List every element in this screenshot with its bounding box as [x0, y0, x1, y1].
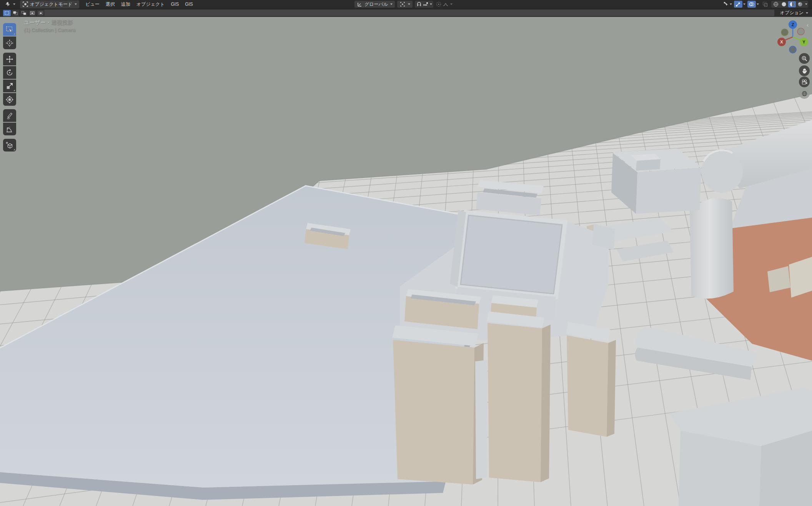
tool-move[interactable] — [3, 53, 16, 65]
shading-material-button[interactable] — [788, 1, 796, 7]
breadcrumb: (1) Collection | Camera — [24, 26, 75, 34]
select-mode-subtract[interactable] — [20, 10, 28, 16]
tool-settings-bar — [0, 8, 812, 17]
viewport-info-overlay: ユーザー・透視投影 (1) Collection | Camera — [24, 18, 75, 34]
options-label: オプション — [780, 10, 804, 16]
chevron-down-icon — [390, 3, 393, 5]
snap-target-icon[interactable] — [423, 1, 429, 7]
tool-annotate[interactable] — [3, 109, 16, 122]
chevron-down-icon — [806, 12, 808, 14]
tool-options-corner — [13, 149, 15, 150]
material-sphere-icon — [789, 1, 795, 7]
select-set-icon — [4, 10, 10, 16]
wireframe-sphere-icon — [773, 1, 779, 7]
orientation-label: グローバル — [364, 1, 388, 8]
pan-button[interactable] — [799, 65, 810, 76]
proportional-editing-icon[interactable] — [436, 1, 442, 7]
select-subtract-icon — [21, 10, 27, 16]
chevron-down-icon — [75, 3, 77, 5]
axis-neg-y-ball[interactable] — [781, 29, 788, 36]
xray-toggle[interactable] — [761, 1, 769, 8]
sidebar-collapse-icon[interactable]: ‹ — [807, 22, 809, 28]
object-mode-icon — [22, 1, 28, 7]
tool-options-corner — [13, 90, 15, 91]
chevron-down-icon — [13, 3, 15, 5]
cursor-3d-icon — [5, 39, 14, 47]
tool-measure[interactable] — [3, 123, 16, 135]
add-cube-icon — [5, 141, 14, 150]
select-mode-extend[interactable] — [12, 10, 19, 16]
shading-rendered-button[interactable] — [796, 1, 804, 7]
viewport-editor-icon — [5, 1, 11, 7]
select-mode-set[interactable] — [3, 10, 11, 16]
axis-x-label: X — [780, 40, 783, 44]
editor-type-button[interactable] — [2, 0, 18, 8]
tool-cursor[interactable] — [3, 37, 16, 49]
mode-label: オブジェクトモード — [30, 1, 72, 8]
select-extend-icon — [12, 10, 18, 16]
menu-add[interactable]: 追加 — [118, 0, 133, 8]
annotate-pencil-icon — [5, 112, 14, 120]
chevron-down-icon[interactable] — [450, 3, 453, 5]
viewport-canvas[interactable] — [0, 0, 812, 506]
magnifier-plus-icon — [801, 55, 808, 62]
scene-gap-face — [475, 360, 488, 479]
tool-add-cube[interactable] — [3, 139, 16, 151]
overlays-icon — [749, 1, 755, 7]
show-gizmo-cursor-icon[interactable] — [723, 1, 729, 7]
tool-options-corner — [13, 33, 15, 35]
axis-neg-x-ball[interactable] — [797, 28, 804, 35]
tool-select-box[interactable] — [3, 23, 16, 36]
select-mode-intersect[interactable] — [37, 10, 45, 16]
viewport-header: オブジェクトモード ビュー 選択 追加 オブジェクト GIS GIS グローバル — [0, 0, 812, 8]
pivot-point-dropdown[interactable] — [397, 1, 413, 8]
select-mode-invert[interactable] — [28, 10, 36, 16]
grid-sphere-icon — [801, 90, 808, 97]
zoom-button[interactable] — [799, 53, 810, 64]
scene-object-left-tower[interactable] — [392, 325, 484, 484]
scene-object-far-box-building[interactable] — [611, 148, 701, 214]
xray-icon — [762, 1, 768, 7]
scale-icon — [5, 82, 14, 90]
tool-transform[interactable] — [3, 93, 16, 106]
options-dropdown[interactable]: オプション — [780, 10, 808, 16]
chevron-down-icon[interactable] — [805, 3, 807, 5]
axis-neg-z-ball[interactable] — [789, 46, 796, 53]
menu-gis-1[interactable]: GIS — [168, 1, 182, 8]
toolbar — [3, 23, 16, 155]
menu-object[interactable]: オブジェクト — [133, 0, 168, 8]
rotate-icon — [5, 68, 14, 77]
shading-mode-group — [771, 1, 808, 8]
falloff-curve-icon[interactable] — [443, 1, 449, 7]
transform-orientation-dropdown[interactable]: グローバル — [354, 1, 395, 8]
chevron-down-icon[interactable] — [730, 3, 732, 5]
solid-sphere-icon — [781, 1, 787, 7]
gizmo-toggle[interactable] — [734, 1, 742, 8]
shading-wireframe-button[interactable] — [772, 1, 780, 7]
perspective-toggle-button[interactable] — [799, 88, 810, 99]
select-invert-icon — [29, 10, 35, 16]
camera-icon — [801, 79, 808, 85]
menu-view[interactable]: ビュー — [82, 0, 103, 8]
mode-dropdown[interactable]: オブジェクトモード — [20, 0, 79, 8]
chevron-down-icon — [408, 3, 410, 5]
measure-icon — [5, 125, 14, 133]
snap-magnet-icon[interactable] — [416, 1, 422, 7]
tool-scale[interactable] — [3, 80, 16, 92]
navigation-gizmo[interactable]: Z X Y — [775, 19, 810, 55]
menu-select[interactable]: 選択 — [103, 0, 118, 8]
hand-icon — [801, 68, 808, 74]
camera-view-button[interactable] — [799, 77, 810, 87]
shading-solid-button[interactable] — [780, 1, 788, 7]
chevron-down-icon[interactable] — [430, 3, 432, 5]
tool-rotate[interactable] — [3, 66, 16, 79]
select-box-icon — [5, 25, 14, 34]
chevron-down-icon[interactable] — [743, 3, 745, 5]
scene-object-round-tower[interactable] — [690, 198, 734, 299]
menu-gis-2[interactable]: GIS — [182, 1, 196, 8]
transform-icon — [5, 95, 14, 104]
chevron-down-icon[interactable] — [757, 3, 759, 5]
view-mode-label: ユーザー・透視投影 — [24, 18, 75, 26]
overlays-toggle[interactable] — [747, 1, 756, 8]
rendered-sphere-icon — [797, 1, 803, 7]
